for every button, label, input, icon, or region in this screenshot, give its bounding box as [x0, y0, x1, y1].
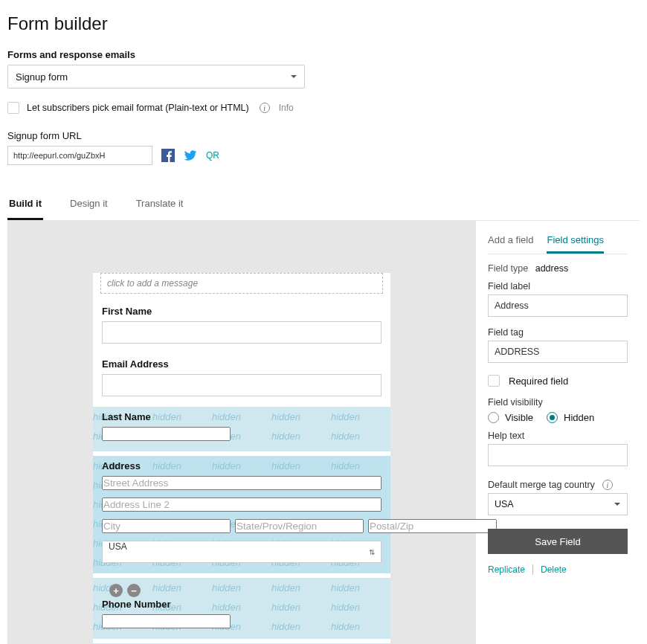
email-input[interactable] [102, 374, 382, 396]
info-icon[interactable]: i [260, 103, 270, 113]
qr-link[interactable]: QR [206, 150, 219, 161]
address-state-input[interactable] [235, 519, 364, 533]
tab-field-settings[interactable]: Field settings [547, 231, 604, 254]
field-phone[interactable]: + − Phone Number [93, 578, 390, 639]
radio-hidden[interactable] [547, 412, 558, 423]
field-last-name[interactable]: Last Name [93, 407, 390, 451]
required-checkbox[interactable] [488, 375, 500, 387]
sidebar: Add a field Field settings Field type ad… [476, 221, 640, 575]
format-checkbox[interactable] [7, 102, 19, 114]
radio-hidden-label: Hidden [564, 412, 594, 423]
first-name-input[interactable] [102, 321, 382, 344]
tab-design[interactable]: Design it [68, 190, 109, 220]
field-type-row: Field type address [488, 263, 628, 274]
info-link[interactable]: Info [279, 103, 294, 113]
message-placeholder[interactable]: click to add a message [100, 273, 383, 294]
default-country-value: USA [495, 499, 514, 509]
last-name-input[interactable] [102, 427, 231, 441]
phone-input[interactable] [102, 614, 231, 628]
field-address-label: Address [102, 460, 382, 471]
signup-url-input[interactable] [7, 146, 152, 165]
field-tag-input[interactable] [488, 341, 628, 363]
field-email[interactable]: Email Address [93, 354, 390, 407]
field-label-label: Field label [488, 281, 628, 292]
field-first-name[interactable]: First Name [93, 301, 390, 354]
field-label-input[interactable] [488, 294, 628, 317]
field-tag-label: Field tag [488, 327, 628, 338]
default-country-select[interactable]: USA [488, 493, 628, 515]
form-card: click to add a message First Name Email … [93, 273, 390, 644]
required-label: Required field [509, 376, 568, 387]
tab-add-field[interactable]: Add a field [488, 231, 533, 254]
help-text-input[interactable] [488, 444, 628, 466]
address-country-value: USA [109, 541, 127, 552]
add-field-icon[interactable]: + [109, 584, 123, 597]
remove-field-icon[interactable]: − [127, 584, 141, 597]
radio-visible-label: Visible [505, 412, 533, 423]
field-phone-label: Phone Number [102, 599, 382, 610]
help-text-label: Help text [488, 431, 628, 441]
page-title: Form builder [7, 13, 640, 34]
default-country-label: Default merge tag country [488, 480, 595, 490]
address-street-input[interactable] [102, 476, 382, 490]
divider [532, 564, 533, 575]
signup-url-label: Signup form URL [7, 130, 640, 141]
field-last-name-label: Last Name [102, 411, 382, 422]
tab-build[interactable]: Build it [7, 190, 43, 220]
delete-link[interactable]: Delete [541, 564, 567, 575]
forms-selector-label: Forms and response emails [7, 49, 640, 60]
sidebar-tabs: Add a field Field settings [488, 231, 628, 254]
field-first-name-label: First Name [102, 306, 382, 317]
facebook-icon[interactable] [161, 149, 175, 162]
field-address[interactable]: Address USA [93, 456, 390, 573]
replicate-link[interactable]: Replicate [488, 564, 525, 575]
info-icon[interactable]: i [602, 480, 613, 490]
address-city-input[interactable] [102, 519, 231, 533]
visibility-label: Field visibility [488, 397, 628, 408]
builder-tabs: Build it Design it Translate it [7, 190, 640, 221]
format-checkbox-label: Let subscribers pick email format (Plain… [27, 103, 249, 113]
field-type-value: address [535, 263, 568, 274]
address-country-select[interactable]: USA [102, 541, 382, 563]
address-line2-input[interactable] [102, 498, 382, 512]
tab-translate[interactable]: Translate it [135, 190, 185, 220]
field-type-label: Field type [488, 263, 528, 274]
save-button[interactable]: Save Field [488, 529, 628, 554]
radio-visible[interactable] [488, 412, 499, 423]
twitter-icon[interactable] [184, 149, 197, 162]
field-email-label: Email Address [102, 358, 382, 370]
forms-selector[interactable]: Signup form [7, 65, 305, 88]
form-canvas: click to add a message First Name Email … [7, 221, 476, 644]
forms-selector-value: Signup form [16, 71, 68, 83]
